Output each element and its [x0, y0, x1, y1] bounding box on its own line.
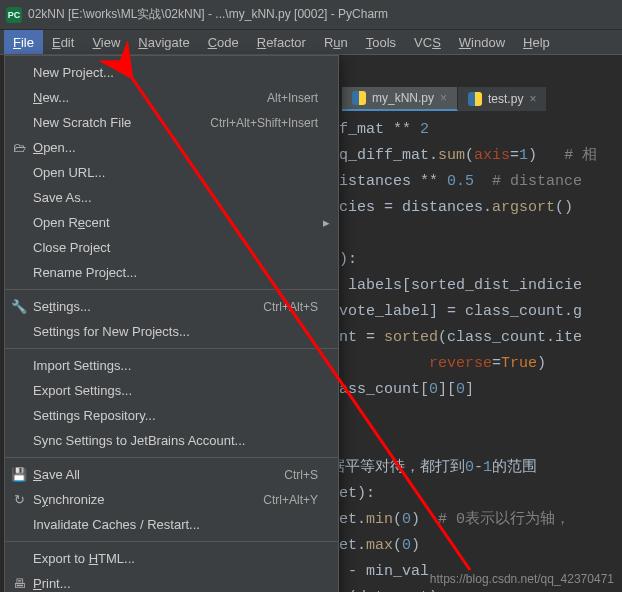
menu-label: Settings... — [33, 299, 263, 314]
menu-tools[interactable]: Tools — [357, 30, 405, 54]
menu-refactor[interactable]: Refactor — [248, 30, 315, 54]
menu-print[interactable]: 🖶 Print... — [5, 571, 338, 592]
menu-export-html[interactable]: Export to HTML... — [5, 546, 338, 571]
menu-label: Export Settings... — [33, 383, 318, 398]
menu-separator — [5, 457, 338, 458]
menu-save-all[interactable]: 💾 Save All Ctrl+S — [5, 462, 338, 487]
menu-bar: File Edit View Navigate Code Refactor Ru… — [0, 30, 622, 55]
menu-synchronize[interactable]: ↻ Synchronize Ctrl+Alt+Y — [5, 487, 338, 512]
menu-settings[interactable]: 🔧 Settings... Ctrl+Alt+S — [5, 294, 338, 319]
menu-label: Open... — [33, 140, 318, 155]
menu-label: Open URL... — [33, 165, 318, 180]
close-icon[interactable]: × — [529, 92, 536, 106]
menu-label: Import Settings... — [33, 358, 318, 373]
close-icon[interactable]: × — [440, 91, 447, 105]
menu-new[interactable]: New... Alt+Insert — [5, 85, 338, 110]
menu-file[interactable]: File — [4, 30, 43, 54]
menu-open-recent[interactable]: Open Recent ▸ — [5, 210, 338, 235]
menu-label: Settings for New Projects... — [33, 324, 318, 339]
file-menu-dropdown: New Project... New... Alt+Insert New Scr… — [4, 55, 339, 592]
menu-export-settings[interactable]: Export Settings... — [5, 378, 338, 403]
tab-test[interactable]: test.py × — [458, 87, 547, 111]
menu-label: New Scratch File — [33, 115, 210, 130]
menu-separator — [5, 289, 338, 290]
menu-shortcut: Alt+Insert — [267, 91, 318, 105]
menu-settings-repository[interactable]: Settings Repository... — [5, 403, 338, 428]
menu-label: Save All — [33, 467, 284, 482]
tab-label: my_kNN.py — [372, 91, 434, 105]
menu-vcs[interactable]: VCS — [405, 30, 450, 54]
menu-settings-new-projects[interactable]: Settings for New Projects... — [5, 319, 338, 344]
menu-shortcut: Ctrl+Alt+S — [263, 300, 318, 314]
menu-sync-jetbrains[interactable]: Sync Settings to JetBrains Account... — [5, 428, 338, 453]
menu-code[interactable]: Code — [199, 30, 248, 54]
menu-label: New... — [33, 90, 267, 105]
menu-help[interactable]: Help — [514, 30, 559, 54]
menu-run[interactable]: Run — [315, 30, 357, 54]
menu-open-url[interactable]: Open URL... — [5, 160, 338, 185]
window-title: 02kNN [E:\works\ML实战\02kNN] - ...\my_kNN… — [28, 6, 388, 23]
menu-label: Synchronize — [33, 492, 263, 507]
menu-close-project[interactable]: Close Project — [5, 235, 338, 260]
tab-my-knn[interactable]: my_kNN.py × — [342, 87, 458, 111]
menu-label: Settings Repository... — [33, 408, 318, 423]
menu-invalidate-caches[interactable]: Invalidate Caches / Restart... — [5, 512, 338, 537]
menu-label: Export to HTML... — [33, 551, 318, 566]
menu-open[interactable]: 🗁 Open... — [5, 135, 338, 160]
menu-label: Close Project — [33, 240, 318, 255]
menu-separator — [5, 541, 338, 542]
menu-view[interactable]: View — [83, 30, 129, 54]
menu-shortcut: Ctrl+Alt+Y — [263, 493, 318, 507]
menu-rename-project[interactable]: Rename Project... — [5, 260, 338, 285]
menu-label: Invalidate Caches / Restart... — [33, 517, 318, 532]
python-file-icon — [468, 92, 482, 106]
menu-save-as[interactable]: Save As... — [5, 185, 338, 210]
pycharm-icon: PC — [6, 7, 22, 23]
menu-edit[interactable]: Edit — [43, 30, 83, 54]
menu-label: Save As... — [33, 190, 318, 205]
editor-tabs: my_kNN.py × test.py × — [342, 87, 547, 111]
menu-separator — [5, 348, 338, 349]
submenu-arrow-icon: ▸ — [323, 215, 330, 230]
menu-import-settings[interactable]: Import Settings... — [5, 353, 338, 378]
menu-label: Sync Settings to JetBrains Account... — [33, 433, 318, 448]
sync-icon: ↻ — [11, 492, 27, 507]
menu-label: Rename Project... — [33, 265, 318, 280]
menu-navigate[interactable]: Navigate — [129, 30, 198, 54]
menu-new-scratch-file[interactable]: New Scratch File Ctrl+Alt+Shift+Insert — [5, 110, 338, 135]
menu-label: New Project... — [33, 65, 318, 80]
menu-window[interactable]: Window — [450, 30, 514, 54]
print-icon: 🖶 — [11, 576, 27, 591]
tab-label: test.py — [488, 92, 523, 106]
menu-shortcut: Ctrl+S — [284, 468, 318, 482]
python-file-icon — [352, 91, 366, 105]
code-editor[interactable]: ff_mat ** 2 sq_diff_mat.sum(axis=1) # 相 … — [330, 115, 622, 592]
watermark: https://blog.csdn.net/qq_42370471 — [430, 572, 614, 586]
menu-label: Print... — [33, 576, 318, 591]
title-bar: PC 02kNN [E:\works\ML实战\02kNN] - ...\my_… — [0, 0, 622, 30]
folder-open-icon: 🗁 — [11, 140, 27, 155]
menu-shortcut: Ctrl+Alt+Shift+Insert — [210, 116, 318, 130]
menu-label: Open Recent — [33, 215, 318, 230]
wrench-icon: 🔧 — [11, 299, 27, 314]
save-icon: 💾 — [11, 467, 27, 482]
menu-new-project[interactable]: New Project... — [5, 60, 338, 85]
